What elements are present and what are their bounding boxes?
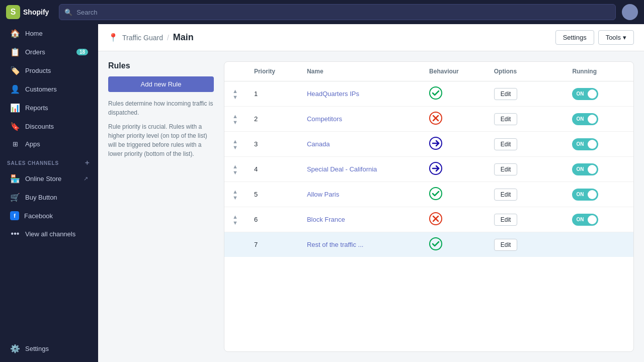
rules-description-1: Rules determine how incoming traffic is … <box>108 99 214 117</box>
running-toggle[interactable]: ON <box>572 88 598 100</box>
sidebar-settings[interactable]: ⚙️ Settings <box>0 339 98 358</box>
sidebar-item-facebook[interactable]: f Facebook <box>3 207 95 224</box>
rule-name-link[interactable]: Rest of the traffic ... <box>307 241 363 248</box>
arrow-up-icon[interactable]: ▲ <box>232 163 238 169</box>
priority-arrows-cell[interactable]: ▲▼ <box>224 132 246 157</box>
arrow-up-icon[interactable]: ▲ <box>232 113 238 119</box>
settings-icon: ⚙️ <box>10 344 20 353</box>
priority-arrows-cell[interactable]: ▲▼ <box>224 182 246 207</box>
sidebar-item-customers[interactable]: 👤 Customers <box>3 80 95 98</box>
running-toggle[interactable]: ON <box>572 189 598 201</box>
running-toggle[interactable]: ON <box>572 113 598 125</box>
sidebar-label-facebook: Facebook <box>24 212 53 220</box>
edit-button[interactable]: Edit <box>494 239 518 251</box>
rules-title: Rules <box>108 61 214 70</box>
sidebar-item-discounts[interactable]: 🔖 Discounts <box>3 118 95 135</box>
search-bar[interactable]: 🔍 Search <box>59 4 616 20</box>
sort-arrows[interactable]: ▲▼ <box>232 138 238 150</box>
col-behaviour: Behaviour <box>421 62 486 81</box>
running-toggle[interactable]: ON <box>572 214 598 226</box>
arrow-up-icon[interactable]: ▲ <box>232 189 238 195</box>
add-channel-icon[interactable]: ＋ <box>84 158 91 167</box>
sidebar-label-products: Products <box>25 67 51 74</box>
allow-icon <box>429 86 442 100</box>
name-cell: Block France <box>299 207 421 232</box>
priority-cell: 4 <box>246 157 299 182</box>
arrow-down-icon[interactable]: ▼ <box>232 169 238 175</box>
sidebar-item-home[interactable]: 🏠 Home <box>3 25 95 42</box>
running-cell: ON <box>542 182 633 207</box>
table-row: ▲▼4Special Deal - CaliforniaEditON <box>224 157 633 182</box>
arrow-up-icon[interactable]: ▲ <box>232 138 238 144</box>
add-rule-button[interactable]: Add new Rule <box>108 76 214 92</box>
tools-button[interactable]: Tools ▾ <box>598 30 634 45</box>
sidebar-item-buy-button[interactable]: 🛒 Buy Button <box>3 189 95 206</box>
arrow-down-icon[interactable]: ▼ <box>232 94 238 100</box>
options-cell: Edit <box>486 157 542 182</box>
priority-arrows-cell[interactable]: ▲▼ <box>224 107 246 132</box>
arrow-down-icon[interactable]: ▼ <box>232 220 238 226</box>
rules-table-card: Priority Name Behaviour Options Running … <box>224 61 634 352</box>
arrow-down-icon[interactable]: ▼ <box>232 119 238 125</box>
priority-cell: 1 <box>246 81 299 107</box>
col-arrows <box>224 62 246 81</box>
reports-icon: 📊 <box>10 103 20 113</box>
redirect-icon <box>429 162 442 175</box>
running-toggle[interactable]: ON <box>572 163 598 175</box>
arrow-up-icon[interactable]: ▲ <box>232 88 238 94</box>
priority-arrows-cell[interactable]: ▲▼ <box>224 157 246 182</box>
settings-button[interactable]: Settings <box>555 30 594 45</box>
page-title: Main <box>173 32 194 43</box>
sort-arrows[interactable]: ▲▼ <box>232 189 238 201</box>
sidebar-item-reports[interactable]: 📊 Reports <box>3 99 95 117</box>
edit-button[interactable]: Edit <box>494 113 518 125</box>
sidebar-item-apps[interactable]: ⊞ Apps <box>3 136 95 152</box>
rule-name-link[interactable]: HeadQuarters IPs <box>307 90 359 98</box>
rule-name-link[interactable]: Competitors <box>307 115 342 123</box>
rule-name-link[interactable]: Allow Paris <box>307 191 339 198</box>
priority-arrows-cell[interactable]: ▲▼ <box>224 81 246 107</box>
sort-arrows[interactable]: ▲▼ <box>232 163 238 175</box>
rule-name-link[interactable]: Special Deal - California <box>307 165 377 173</box>
sidebar-item-products[interactable]: 🏷️ Products <box>3 62 95 79</box>
sidebar-item-orders[interactable]: 📋 Orders 18 <box>3 43 95 61</box>
sort-arrows[interactable]: ▲▼ <box>232 214 238 226</box>
edit-button[interactable]: Edit <box>494 163 518 175</box>
sort-arrows[interactable]: ▲▼ <box>232 113 238 125</box>
arrow-down-icon[interactable]: ▼ <box>232 195 238 201</box>
shopify-logo[interactable]: S Shopify <box>6 5 49 19</box>
table-row: ▲▼6Block FranceEditON <box>224 207 633 232</box>
arrow-down-icon[interactable]: ▼ <box>232 144 238 150</box>
behaviour-cell <box>421 182 486 207</box>
rules-table: Priority Name Behaviour Options Running … <box>224 62 633 257</box>
options-cell: Edit <box>486 107 542 132</box>
priority-arrows-cell[interactable]: ▲▼ <box>224 207 246 232</box>
priority-arrows-cell[interactable] <box>224 232 246 257</box>
edit-button[interactable]: Edit <box>494 189 518 201</box>
shopify-name: Shopify <box>23 8 49 16</box>
sidebar-item-online-store[interactable]: 🏪 Online Store ↗ <box>3 170 95 188</box>
breadcrumb-separator: / <box>167 34 169 42</box>
page-header: 📍 Traffic Guard / Main Settings Tools ▾ <box>98 24 644 51</box>
toggle-label: ON <box>573 91 584 97</box>
table-header-row: Priority Name Behaviour Options Running <box>224 62 633 81</box>
more-icon: ••• <box>10 229 20 238</box>
avatar[interactable] <box>622 4 638 20</box>
breadcrumb-app[interactable]: Traffic Guard <box>122 34 163 42</box>
rule-name-link[interactable]: Canada <box>307 140 330 148</box>
arrow-up-icon[interactable]: ▲ <box>232 214 238 220</box>
priority-cell: 5 <box>246 182 299 207</box>
breadcrumb: 📍 Traffic Guard / Main <box>108 32 194 43</box>
toggle-knob <box>588 190 597 199</box>
allow-icon <box>429 237 442 250</box>
edit-button[interactable]: Edit <box>494 214 518 226</box>
settings-item[interactable]: ⚙️ Settings <box>3 340 95 357</box>
running-toggle[interactable]: ON <box>572 138 598 150</box>
edit-button[interactable]: Edit <box>494 138 518 150</box>
behaviour-cell <box>421 157 486 182</box>
sidebar-item-view-all[interactable]: ••• View all channels <box>3 225 95 242</box>
sort-arrows[interactable]: ▲▼ <box>232 88 238 100</box>
facebook-icon: f <box>10 211 19 220</box>
edit-button[interactable]: Edit <box>494 88 518 100</box>
rule-name-link[interactable]: Block France <box>307 216 345 223</box>
